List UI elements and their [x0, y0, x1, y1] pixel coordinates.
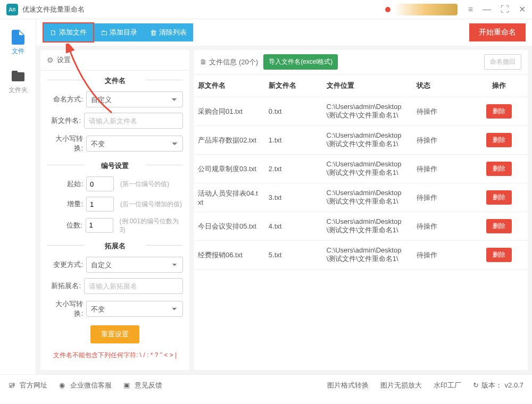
cell-path: C:\Users\admin\Desktop\测试文件\文件重命名1\ [322, 183, 412, 212]
version-info[interactable]: ↻版本：v2.0.7 [473, 381, 523, 390]
official-site-link[interactable]: 🖳官方网址 [9, 381, 47, 390]
app-icon: AB [6, 4, 18, 15]
wechat-support-link[interactable]: ◉企业微信客服 [59, 381, 112, 390]
cell-action: 删除 [470, 212, 528, 241]
col-action: 操作 [470, 74, 528, 97]
naming-mode-select[interactable]: 自定义 [86, 91, 183, 107]
gear-icon: ⚙ [47, 56, 54, 64]
img-scale-link[interactable]: 图片无损放大 [380, 381, 422, 390]
sidebar-item-files[interactable]: 文件 [0, 23, 36, 62]
table-row: 采购合同01.txt 0.txt C:\Users\admin\Desktop\… [194, 97, 528, 126]
new-filename-label: 新文件名: [47, 116, 81, 125]
sidebar-item-folders[interactable]: 文件夹 [0, 62, 36, 101]
delete-row-button[interactable]: 删除 [486, 248, 512, 262]
cell-original: 产品库存数据02.txt [194, 126, 264, 155]
cell-original: 采购合同01.txt [194, 97, 264, 126]
file-list-panel: 🗎 文件信息 (20个) 导入文件名(excel格式) 命名撤回 原文件名 新文… [194, 50, 528, 370]
cell-path: C:\Users\admin\Desktop\测试文件\文件重命名1\ [322, 241, 412, 270]
document-icon: 🗎 [200, 58, 207, 66]
menu-icon[interactable]: ≡ [468, 5, 473, 14]
start-rename-button[interactable]: 开始重命名 [469, 23, 526, 41]
notification-dot [385, 7, 390, 12]
delete-row-button[interactable]: 删除 [486, 133, 512, 147]
feedback-link[interactable]: ▣意见反馈 [123, 381, 162, 390]
cell-original: 今日会议安排05.txt [194, 212, 264, 241]
titlebar: AB 优速文件批量重命名 ≡ — ⛶ ✕ [0, 0, 532, 19]
cell-action: 删除 [470, 155, 528, 183]
case-convert-select[interactable]: 不变 [86, 136, 183, 152]
cell-original: 公司规章制度03.txt [194, 155, 264, 183]
add-folder-button[interactable]: 🗀 添加目录 [94, 23, 144, 41]
cell-newname: 3.txt [264, 183, 322, 212]
trash-icon: 🗑 [150, 29, 157, 37]
file-table: 原文件名 新文件名 文件位置 状态 操作 采购合同01.txt 0.txt C:… [194, 74, 528, 270]
increment-input[interactable] [86, 197, 114, 212]
import-excel-button[interactable]: 导入文件名(excel格式) [263, 54, 338, 70]
delete-row-button[interactable]: 删除 [486, 219, 512, 233]
new-filename-input[interactable] [84, 113, 183, 129]
increment-hint: (后一位编号增加的值) [120, 200, 182, 209]
folder-icon [12, 69, 24, 83]
ext-section-title: 拓展名 [40, 236, 189, 254]
table-row: 经费报销06.txt 5.txt C:\Users\admin\Desktop\… [194, 241, 528, 270]
undo-rename-button[interactable]: 命名撤回 [484, 54, 521, 70]
cell-status: 待操作 [412, 183, 470, 212]
col-newname: 新文件名 [264, 74, 322, 97]
ext-mode-select[interactable]: 自定义 [86, 257, 183, 273]
table-row: 活动人员安排表04.txt 3.txt C:\Users\admin\Deskt… [194, 183, 528, 212]
number-section-title: 编号设置 [40, 156, 189, 174]
ext-new-label: 新拓展名: [47, 281, 81, 291]
increment-label: 增量: [47, 199, 83, 209]
naming-mode-label: 命名方式: [47, 95, 83, 104]
delete-row-button[interactable]: 删除 [486, 190, 512, 205]
app-title: 优速文件批量重命名 [22, 5, 385, 14]
ext-new-input[interactable] [84, 278, 183, 294]
digits-label: 位数: [47, 221, 82, 230]
delete-row-button[interactable]: 删除 [486, 104, 512, 119]
cell-path: C:\Users\admin\Desktop\测试文件\文件重命名1\ [322, 97, 412, 126]
start-number-input[interactable] [86, 176, 114, 191]
cell-status: 待操作 [412, 97, 470, 126]
file-info-label: 🗎 文件信息 (20个) [200, 57, 258, 67]
cell-path: C:\Users\admin\Desktop\测试文件\文件重命名1\ [322, 126, 412, 155]
cell-newname: 4.txt [264, 212, 322, 241]
add-file-button[interactable]: 🗋 添加文件 [43, 22, 94, 43]
cell-path: C:\Users\admin\Desktop\测试文件\文件重命名1\ [322, 212, 412, 241]
ext-mode-label: 变更方式: [47, 260, 83, 270]
settings-header: ⚙ 设置 [40, 50, 189, 71]
globe-icon: 🖳 [9, 381, 17, 390]
col-original: 原文件名 [194, 74, 264, 97]
sidebar: 文件 文件夹 [0, 19, 36, 374]
file-table-scroll[interactable]: 原文件名 新文件名 文件位置 状态 操作 采购合同01.txt 0.txt C:… [194, 74, 528, 370]
wechat-icon: ◉ [59, 381, 68, 390]
col-path: 文件位置 [322, 74, 412, 97]
table-row: 产品库存数据02.txt 1.txt C:\Users\admin\Deskto… [194, 126, 528, 155]
cell-action: 删除 [470, 97, 528, 126]
cell-newname: 0.txt [264, 97, 322, 126]
cell-path: C:\Users\admin\Desktop\测试文件\文件重命名1\ [322, 155, 412, 183]
img-convert-link[interactable]: 图片格式转换 [327, 381, 369, 390]
ext-case-select[interactable]: 不变 [86, 301, 183, 317]
digits-hint: (例:001的编号位数为3) [120, 217, 183, 233]
cell-newname: 2.txt [264, 155, 322, 183]
delete-row-button[interactable]: 删除 [486, 162, 512, 176]
clear-list-button[interactable]: 🗑 清除列表 [144, 23, 193, 41]
reset-settings-button[interactable]: 重置设置 [90, 325, 139, 343]
ext-case-label: 大小写转换: [47, 299, 83, 318]
minimize-icon[interactable]: — [483, 5, 491, 14]
cell-newname: 1.txt [264, 126, 322, 155]
start-number-label: 起始: [47, 179, 83, 189]
cell-status: 待操作 [412, 241, 470, 270]
digits-input[interactable] [86, 218, 113, 233]
watermark-link[interactable]: 水印工厂 [434, 381, 461, 390]
cell-original: 经费报销06.txt [194, 241, 264, 270]
case-convert-label: 大小写转换: [47, 134, 83, 153]
sidebar-label-folders: 文件夹 [9, 86, 28, 95]
user-banner[interactable] [394, 4, 458, 15]
filename-warning: 文件名不能包含下列任何字符: \ / : * ? " < > | [40, 348, 189, 363]
close-icon[interactable]: ✕ [519, 4, 526, 14]
maximize-icon[interactable]: ⛶ [501, 5, 509, 14]
cell-status: 待操作 [412, 212, 470, 241]
cell-status: 待操作 [412, 126, 470, 155]
sidebar-label-files: 文件 [12, 47, 24, 56]
